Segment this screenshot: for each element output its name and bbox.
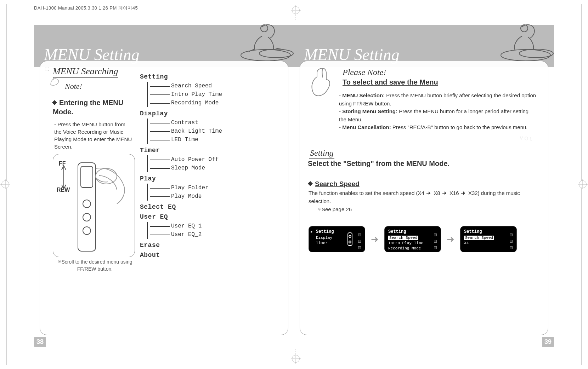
tree-branches: User EQ_1User EQ_2 (147, 222, 284, 239)
registration-mark-icon (579, 180, 587, 188)
device-figure: FF REW (53, 154, 135, 257)
scroll-indicator-icon (433, 233, 438, 249)
svg-point-11 (519, 49, 553, 58)
svg-point-2 (261, 25, 268, 32)
svg-point-12 (521, 25, 528, 32)
note-bullet-icon (45, 67, 49, 71)
tree-group: PlayPlay FolderPlay Mode (140, 175, 284, 201)
screen-sequence: ▶ Setting Display Timer ➜ Setting Search… (309, 220, 539, 259)
svg-point-10 (501, 50, 550, 61)
tree-group-title: Erase (140, 242, 284, 249)
lcd-screen-3: Setting Search Speed X4 (460, 226, 517, 252)
tree-item: User EQ_1 (150, 222, 284, 230)
device-glyph-icon (345, 231, 355, 247)
device-drawing-icon (53, 154, 135, 257)
tree-item: Back Light Time (150, 127, 284, 136)
tree-branches: Play FolderPlay Mode (147, 184, 284, 201)
to-select-heading: To select and save the Menu (343, 78, 438, 86)
svg-point-7 (83, 213, 91, 221)
tree-item: Play Mode (150, 192, 284, 201)
tree-group: Erase (140, 242, 284, 249)
tree-group-title: Setting (140, 73, 284, 80)
tree-group-title: Display (140, 110, 284, 117)
tree-group: Select EQ (140, 203, 284, 211)
ff-label: FF (59, 161, 66, 167)
arrow-icon: ➜ (371, 234, 379, 245)
page-number: 38 (34, 337, 46, 347)
note-bullet: - MENU Selection: Press the MENU button … (339, 92, 537, 108)
tree-group-title: Timer (140, 147, 284, 154)
tree-group: DisplayContrastBack Light TimeLED Time (140, 110, 284, 144)
tree-item: Recording Mode (150, 99, 284, 107)
pointing-hand-icon (309, 65, 337, 100)
note-bullet: - Menu Cancellation: Press "REC/A-B" but… (339, 123, 537, 132)
asterisk-icon: ※ (58, 259, 60, 264)
tree-item: LED Time (150, 136, 284, 144)
setting-heading: Setting (309, 148, 334, 159)
svg-point-0 (241, 50, 290, 61)
vol-ghost-label: VOL (519, 135, 534, 142)
tree-item: Search Speed (150, 82, 284, 90)
see-page-ref: ※See page 26 (318, 206, 352, 212)
arrow-icon (442, 192, 447, 195)
search-speed-body: The function enables to set the search s… (309, 189, 537, 205)
lcd-screen-2: Setting Search Speed Intro Play Time Rec… (384, 226, 441, 252)
page-left: MENU Setting MENU Searching Note! Enteri… (34, 20, 294, 349)
tree-group: SettingSearch SpeedIntro Play TimeRecord… (140, 73, 284, 107)
svg-point-15 (349, 241, 351, 243)
tree-group-title: User EQ (140, 213, 284, 220)
svg-point-1 (259, 49, 293, 58)
content-frame: Please Note! To select and save the Menu… (300, 61, 548, 335)
registration-mark-icon (1, 180, 9, 188)
entering-menu-heading: Entering the MENU Mode. (53, 98, 134, 116)
tree-group: User EQUser EQ_1User EQ_2 (140, 213, 284, 239)
menu-tree: SettingSearch SpeedIntro Play TimeRecord… (140, 70, 284, 328)
registration-mark-icon (292, 6, 300, 14)
tree-group-title: Select EQ (140, 203, 284, 211)
document-canvas: DAH-1300 Manual 2005.3.30 1:26 PM 페이지45 … (0, 0, 588, 369)
note-bullets: - MENU Selection: Press the MENU button … (339, 92, 537, 132)
svg-point-14 (349, 235, 351, 237)
lcd-screen-1: ▶ Setting Display Timer (309, 226, 365, 252)
tree-item: User EQ_2 (150, 230, 284, 239)
svg-point-6 (83, 200, 91, 208)
note-label: Note! (65, 82, 82, 91)
tree-item: Play Folder (150, 184, 284, 192)
tree-item: Auto Power Off (150, 155, 284, 164)
page-spread: MENU Setting MENU Searching Note! Enteri… (34, 20, 554, 349)
tree-group: TimerAuto Power OffSleep Mode (140, 147, 284, 172)
tree-branches: Search SpeedIntro Play TimeRecording Mod… (147, 82, 284, 107)
scroll-indicator-icon (357, 233, 362, 249)
search-speed-heading: Search Speed (309, 180, 360, 188)
setting-instruction: Select the "Setting" from the MENU Mode. (308, 160, 450, 168)
arrow-icon: ➜ (447, 234, 454, 245)
rew-label: REW (57, 187, 70, 193)
tree-group: About (140, 252, 284, 259)
svg-point-9 (96, 168, 117, 184)
document-meta-header: DAH-1300 Manual 2005.3.30 1:26 PM 페이지45 (34, 5, 138, 11)
tree-item: Contrast (150, 119, 284, 127)
registration-mark-icon (292, 355, 300, 363)
tree-group-title: Play (140, 175, 284, 182)
please-note-heading: Please Note! (343, 68, 386, 77)
svg-point-8 (83, 227, 91, 235)
arrow-icon (461, 192, 466, 195)
page-number: 39 (542, 337, 554, 347)
subsection-heading: MENU Searching (53, 66, 118, 78)
asterisk-icon: ※ (318, 207, 320, 211)
cursor-icon: ▶ (311, 230, 313, 234)
tree-group-title: About (140, 252, 284, 259)
tree-item: Intro Play Time (150, 90, 284, 99)
diamond-icon (52, 100, 57, 105)
tree-branches: ContrastBack Light TimeLED Time (147, 119, 284, 144)
svg-rect-5 (81, 166, 93, 188)
content-frame: MENU Searching Note! Entering the MENU M… (40, 61, 288, 335)
note-bullet: - Storing Menu Setting: Press the MENU b… (339, 108, 537, 123)
svg-rect-13 (348, 233, 352, 246)
diamond-icon (308, 181, 313, 186)
page-right: MENU Setting Please Note! To select and … (294, 20, 554, 349)
tree-item: Sleep Mode (150, 164, 284, 172)
scroll-indicator-icon (509, 233, 514, 249)
tree-branches: Auto Power OffSleep Mode (147, 155, 284, 172)
scroll-note: ※Scroll to the desired menu using FF/REW… (54, 259, 136, 272)
